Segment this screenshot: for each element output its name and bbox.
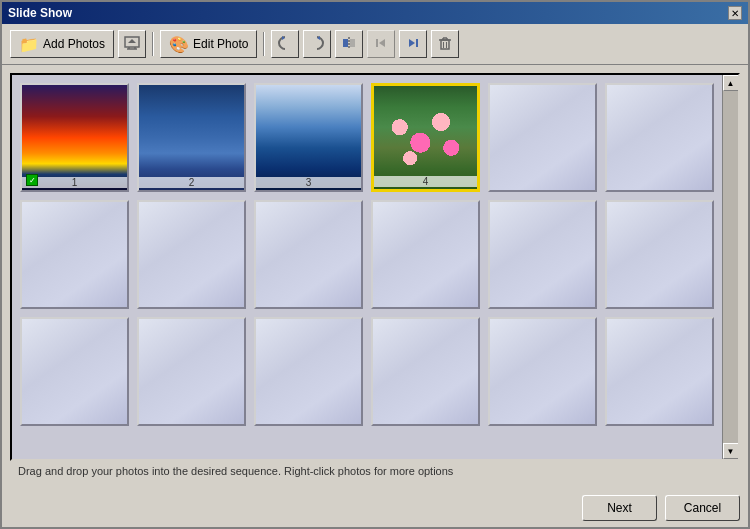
empty-slot-bg-8 — [139, 202, 244, 307]
trash-icon — [437, 35, 453, 54]
cancel-button[interactable]: Cancel — [665, 495, 740, 521]
photo-slot-15[interactable] — [254, 317, 363, 426]
photo-image-2 — [139, 85, 244, 190]
photo-slot-12[interactable] — [605, 200, 714, 309]
scroll-up-button[interactable]: ▲ — [723, 75, 739, 91]
status-bar: Drag and drop your photos into the desir… — [10, 461, 740, 481]
svg-rect-14 — [441, 40, 449, 49]
photo-slot-18[interactable] — [605, 317, 714, 426]
next-button[interactable]: Next — [582, 495, 657, 521]
empty-slot-bg-9 — [256, 202, 361, 307]
photo-slot-5[interactable] — [488, 83, 597, 192]
photo-slot-16[interactable] — [371, 317, 480, 426]
empty-slot-bg-5 — [490, 85, 595, 190]
photo-slot-13[interactable] — [20, 317, 129, 426]
import-icon — [124, 36, 140, 53]
photo-slot-4[interactable]: 4 — [371, 83, 480, 192]
delete-button[interactable] — [431, 30, 459, 58]
empty-slot-bg-13 — [22, 319, 127, 424]
rotate-left-button[interactable] — [271, 30, 299, 58]
move-right-icon — [405, 35, 421, 54]
title-bar: Slide Show ✕ — [2, 2, 748, 24]
photo-slot-2[interactable]: 2 — [137, 83, 246, 192]
folder-add-icon: 📁 — [19, 35, 39, 54]
add-photos-label: Add Photos — [43, 37, 105, 51]
empty-slot-bg-11 — [490, 202, 595, 307]
rotate-right-icon — [309, 35, 325, 54]
photo-image-4 — [374, 86, 477, 189]
separator-2 — [263, 32, 265, 56]
photo-slot-14[interactable] — [137, 317, 246, 426]
rotate-left-icon — [277, 35, 293, 54]
move-right-button[interactable] — [399, 30, 427, 58]
close-button[interactable]: ✕ — [728, 6, 742, 20]
scrollbar: ▲ ▼ — [722, 75, 738, 459]
empty-slot-bg-16 — [373, 319, 478, 424]
empty-slot-bg-6 — [607, 85, 712, 190]
hint-text: Drag and drop your photos into the desir… — [18, 465, 453, 477]
photo-number-2: 2 — [139, 177, 244, 188]
photo-slot-9[interactable] — [254, 200, 363, 309]
photo-slot-7[interactable] — [20, 200, 129, 309]
empty-slot-bg-17 — [490, 319, 595, 424]
photo-slot-11[interactable] — [488, 200, 597, 309]
svg-rect-8 — [350, 39, 355, 47]
photo-grid-container: ✓ 1 2 3 4 — [10, 73, 740, 461]
svg-marker-10 — [379, 39, 385, 47]
empty-slot-bg-7 — [22, 202, 127, 307]
photo-image-3 — [256, 85, 361, 190]
svg-marker-4 — [128, 39, 136, 43]
photo-slot-1[interactable]: ✓ 1 — [20, 83, 129, 192]
photo-grid: ✓ 1 2 3 4 — [20, 83, 714, 426]
content-area: ✓ 1 2 3 4 — [2, 65, 748, 489]
empty-slot-bg-12 — [607, 202, 712, 307]
scroll-down-button[interactable]: ▼ — [723, 443, 739, 459]
edit-photo-label: Edit Photo — [193, 37, 248, 51]
edit-photo-icon: 🎨 — [169, 35, 189, 54]
add-photos-button[interactable]: 📁 Add Photos — [10, 30, 114, 58]
scrollbar-track[interactable] — [723, 91, 739, 443]
photo-slot-8[interactable] — [137, 200, 246, 309]
main-window: Slide Show ✕ 📁 Add Photos 🎨 Edit Photo — [0, 0, 750, 529]
import-button[interactable] — [118, 30, 146, 58]
move-left-icon — [373, 35, 389, 54]
photo-slot-17[interactable] — [488, 317, 597, 426]
photo-number-4: 4 — [374, 176, 477, 187]
flip-button[interactable] — [335, 30, 363, 58]
empty-slot-bg-15 — [256, 319, 361, 424]
window-title: Slide Show — [8, 6, 72, 20]
photo-slot-6[interactable] — [605, 83, 714, 192]
empty-slot-bg-18 — [607, 319, 712, 424]
svg-rect-7 — [343, 39, 348, 47]
flip-icon — [341, 35, 357, 54]
photo-checkbox-1: ✓ — [26, 174, 38, 186]
footer: Next Cancel — [2, 489, 748, 527]
empty-slot-bg-10 — [373, 202, 478, 307]
rotate-right-button[interactable] — [303, 30, 331, 58]
photo-number-3: 3 — [256, 177, 361, 188]
photo-slot-10[interactable] — [371, 200, 480, 309]
separator-1 — [152, 32, 154, 56]
move-left-button[interactable] — [367, 30, 395, 58]
empty-slot-bg-14 — [139, 319, 244, 424]
svg-marker-12 — [409, 39, 415, 47]
toolbar: 📁 Add Photos 🎨 Edit Photo — [2, 24, 748, 65]
edit-photo-button[interactable]: 🎨 Edit Photo — [160, 30, 257, 58]
photo-grid-scroll: ✓ 1 2 3 4 — [12, 75, 722, 459]
photo-slot-3[interactable]: 3 — [254, 83, 363, 192]
